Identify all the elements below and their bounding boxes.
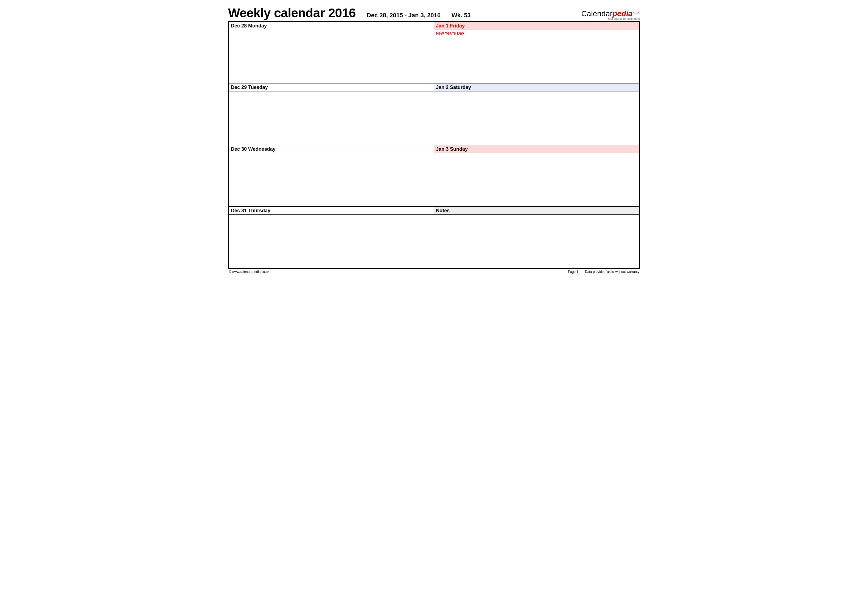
- logo-text: Calendarpedia.co.uk: [581, 10, 640, 17]
- day-body: [434, 92, 639, 144]
- notes-label: Notes: [434, 207, 639, 215]
- day-body: [229, 30, 434, 83]
- week-number: Wk. 53: [451, 12, 471, 19]
- logo-part1: Calendar: [581, 9, 613, 18]
- day-body: [229, 153, 434, 206]
- logo-tagline: Your source for calendars: [581, 17, 640, 20]
- calendar-page: Weekly calendar 2016 Dec 28, 2015 - Jan …: [228, 6, 640, 274]
- day-body: [229, 215, 434, 268]
- copyright-text: © www.calendarpedia.co.uk: [229, 270, 269, 274]
- date-range: Dec 28, 2015 - Jan 3, 2016: [367, 12, 440, 19]
- page-title: Weekly calendar 2016: [228, 6, 356, 20]
- day-label: Jan 3 Sunday: [434, 145, 639, 153]
- logo-part2: pedia: [612, 9, 632, 18]
- logo-tld: .co.uk: [632, 11, 640, 14]
- page-footer: © www.calendarpedia.co.uk Page 1 Data pr…: [228, 269, 640, 274]
- notes-cell: Notes: [434, 207, 639, 268]
- day-cell-friday: Jan 1 Friday New Year's Day: [434, 22, 639, 83]
- day-cell-sunday: Jan 3 Sunday: [434, 145, 639, 207]
- day-body: [434, 153, 639, 206]
- page-header: Weekly calendar 2016 Dec 28, 2015 - Jan …: [228, 6, 640, 22]
- page-number: Page 1: [568, 270, 578, 274]
- day-label: Dec 29 Tuesday: [229, 84, 434, 92]
- week-grid: Dec 28 Monday Jan 1 Friday New Year's Da…: [228, 22, 640, 269]
- day-label: Dec 31 Thursday: [229, 207, 434, 215]
- day-label: Jan 2 Saturday: [434, 84, 639, 92]
- day-cell-saturday: Jan 2 Saturday: [434, 83, 639, 145]
- day-body: New Year's Day: [434, 30, 639, 83]
- header-left: Weekly calendar 2016 Dec 28, 2015 - Jan …: [228, 6, 471, 20]
- disclaimer-text: Data provided 'as is' without warranty: [585, 270, 639, 274]
- brand-logo: Calendarpedia.co.uk Your source for cale…: [581, 10, 640, 20]
- day-cell-tuesday: Dec 29 Tuesday: [229, 83, 434, 145]
- footer-right: Page 1 Data provided 'as is' without war…: [568, 270, 639, 274]
- day-label: Dec 28 Monday: [229, 22, 434, 30]
- day-body: [229, 92, 434, 144]
- day-label: Dec 30 Wednesday: [229, 145, 434, 153]
- day-cell-monday: Dec 28 Monday: [229, 22, 434, 83]
- day-label: Jan 1 Friday: [434, 22, 639, 30]
- notes-body: [434, 215, 639, 268]
- day-cell-wednesday: Dec 30 Wednesday: [229, 145, 434, 207]
- day-cell-thursday: Dec 31 Thursday: [229, 207, 434, 268]
